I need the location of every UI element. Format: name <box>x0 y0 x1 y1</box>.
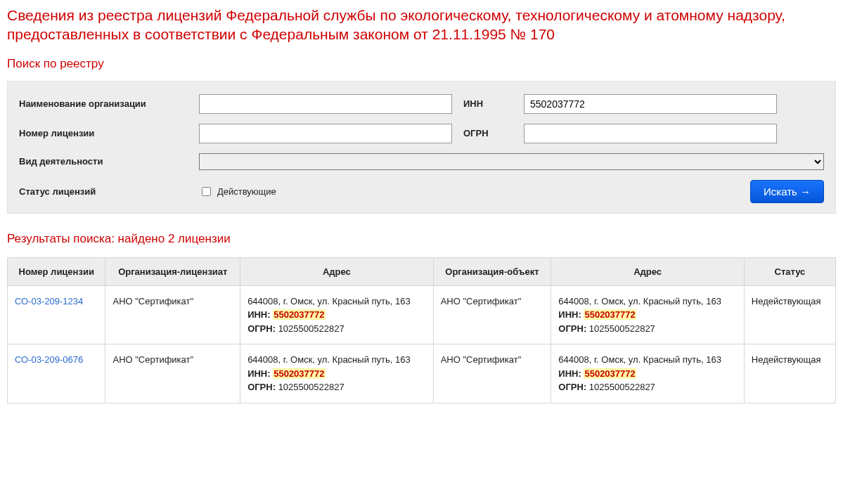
org-label: Наименование организации <box>19 98 188 109</box>
status-label: Статус лицензий <box>19 186 188 197</box>
status-cell: Недействующая <box>744 344 835 403</box>
table-row: СО-03-209-1234 АНО "Сертификат" 644008, … <box>8 285 836 344</box>
col-licensee-address: Адрес <box>240 257 434 285</box>
table-row: СО-03-209-0676 АНО "Сертификат" 644008, … <box>8 344 836 403</box>
ogrn-input[interactable] <box>524 124 777 143</box>
license-number-input[interactable] <box>199 124 452 143</box>
activity-label: Вид деятельности <box>19 156 188 167</box>
col-licensee: Организация-лицензиат <box>105 257 240 285</box>
license-number-label: Номер лицензии <box>19 128 188 138</box>
licensee-address-cell: 644008, г. Омск, ул. Красный путь, 163 И… <box>240 285 434 344</box>
status-checkbox-label: Действующие <box>217 186 276 197</box>
license-link[interactable]: СО-03-209-0676 <box>15 354 83 365</box>
licensee-cell: АНО "Сертификат" <box>105 344 240 403</box>
object-address-cell: 644008, г. Омск, ул. Красный путь, 163 И… <box>551 344 745 403</box>
col-status: Статус <box>744 257 835 285</box>
status-active-checkbox[interactable] <box>202 187 211 196</box>
results-table: Номер лицензии Организация-лицензиат Адр… <box>7 257 836 403</box>
inn-label: ИНН <box>463 98 513 109</box>
results-title: Результаты поиска: найдено 2 лицензии <box>7 232 836 246</box>
licensee-address-cell: 644008, г. Омск, ул. Красный путь, 163 И… <box>240 344 434 403</box>
search-section-title: Поиск по реестру <box>7 57 836 71</box>
ogrn-label: ОГРН <box>463 128 513 138</box>
object-org-cell: АНО "Сертификат" <box>433 285 551 344</box>
license-link[interactable]: СО-03-209-1234 <box>15 296 83 306</box>
licensee-cell: АНО "Сертификат" <box>105 285 240 344</box>
inn-input[interactable] <box>524 94 777 114</box>
search-button[interactable]: Искать → <box>750 180 824 203</box>
object-org-cell: АНО "Сертификат" <box>433 344 551 403</box>
col-object-address: Адрес <box>551 257 745 285</box>
col-object-org: Организация-объект <box>433 257 551 285</box>
object-address-cell: 644008, г. Омск, ул. Красный путь, 163 И… <box>551 285 745 344</box>
search-form: Наименование организации ИНН Номер лицен… <box>7 81 836 214</box>
org-input[interactable] <box>199 94 452 114</box>
col-license-no: Номер лицензии <box>8 257 105 285</box>
status-cell: Недействующая <box>744 285 835 344</box>
page-title: Сведения из реестра лицензий Федеральной… <box>7 6 836 44</box>
activity-select[interactable] <box>199 153 824 170</box>
